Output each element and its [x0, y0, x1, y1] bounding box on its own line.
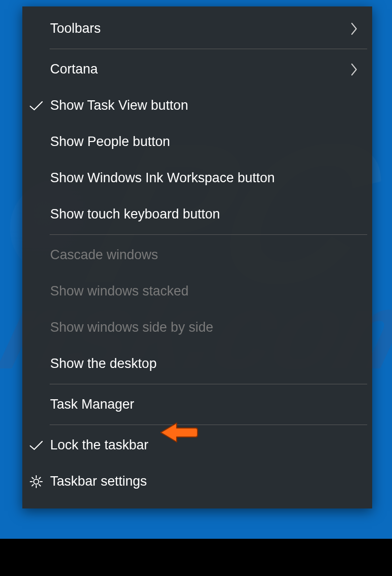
menu-label: Show Task View button	[50, 98, 338, 113]
desktop-background: PC risk.com Toolbars Cortana Show Task	[0, 0, 392, 576]
menu-item-taskbar-settings[interactable]: Taskbar settings	[22, 463, 372, 500]
checkmark-icon	[22, 100, 50, 112]
menu-label: Show touch keyboard button	[50, 207, 338, 222]
menu-item-show-people[interactable]: Show People button	[22, 124, 372, 160]
menu-label: Lock the taskbar	[50, 437, 338, 453]
taskbar-context-menu: Toolbars Cortana Show Task View button	[22, 6, 372, 508]
menu-label: Task Manager	[50, 397, 338, 412]
menu-label: Show the desktop	[50, 356, 338, 371]
menu-item-task-manager[interactable]: Task Manager	[22, 386, 372, 423]
menu-item-show-side-by-side: Show windows side by side	[22, 309, 372, 346]
menu-item-show-desktop[interactable]: Show the desktop	[22, 346, 372, 382]
menu-item-show-stacked: Show windows stacked	[22, 273, 372, 309]
menu-item-show-ink-workspace[interactable]: Show Windows Ink Workspace button	[22, 160, 372, 196]
menu-label: Show windows side by side	[50, 320, 338, 335]
menu-item-cascade-windows: Cascade windows	[22, 237, 372, 273]
menu-label: Taskbar settings	[50, 474, 338, 489]
gear-icon	[22, 475, 50, 489]
menu-separator	[50, 49, 367, 49]
menu-item-show-touch-keyboard[interactable]: Show touch keyboard button	[22, 196, 372, 232]
chevron-right-icon	[338, 22, 358, 36]
menu-separator	[50, 234, 367, 235]
menu-separator	[50, 425, 367, 425]
svg-point-0	[34, 479, 39, 484]
menu-label: Show Windows Ink Workspace button	[50, 170, 338, 186]
checkmark-icon	[22, 439, 50, 451]
menu-label: Show People button	[50, 134, 338, 149]
menu-item-show-task-view[interactable]: Show Task View button	[22, 87, 372, 124]
menu-label: Toolbars	[50, 21, 338, 36]
menu-label: Cortana	[50, 62, 338, 77]
menu-separator	[50, 384, 367, 384]
menu-label: Cascade windows	[50, 247, 338, 263]
menu-label: Show windows stacked	[50, 284, 338, 299]
menu-item-cortana[interactable]: Cortana	[22, 51, 372, 87]
chevron-right-icon	[338, 63, 358, 76]
menu-item-toolbars[interactable]: Toolbars	[22, 10, 372, 47]
menu-item-lock-taskbar[interactable]: Lock the taskbar	[22, 427, 372, 463]
